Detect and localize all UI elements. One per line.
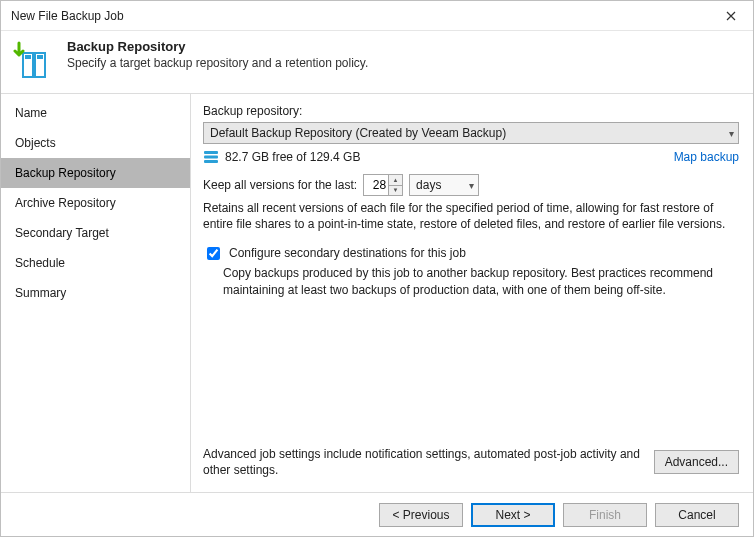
secondary-destination-checkbox[interactable] <box>207 247 220 260</box>
secondary-destination-row: Configure secondary destinations for thi… <box>203 246 739 263</box>
repo-selected-value: Default Backup Repository (Created by Ve… <box>210 126 506 140</box>
spinner-up-icon[interactable]: ▲ <box>389 175 402 186</box>
next-button[interactable]: Next > <box>471 503 555 527</box>
free-space-row: 82.7 GB free of 129.4 GB Map backup <box>203 150 739 164</box>
close-button[interactable] <box>709 1 753 31</box>
repo-dropdown[interactable]: Default Backup Repository (Created by Ve… <box>203 122 739 144</box>
repo-label: Backup repository: <box>203 104 739 118</box>
page-title: Backup Repository <box>67 39 368 54</box>
keep-unit-dropdown[interactable]: days ▾ <box>409 174 479 196</box>
sidebar-item-backup-repository[interactable]: Backup Repository <box>1 158 190 188</box>
previous-button[interactable]: < Previous <box>379 503 463 527</box>
chevron-down-icon: ▾ <box>469 180 474 191</box>
keep-unit-value: days <box>416 178 441 192</box>
page-subtitle: Specify a target backup repository and a… <box>67 56 368 70</box>
svg-rect-5 <box>204 156 218 159</box>
secondary-destination-label: Configure secondary destinations for thi… <box>229 246 466 260</box>
cancel-button[interactable]: Cancel <box>655 503 739 527</box>
keep-value-spinner[interactable]: ▲ ▼ <box>363 174 403 196</box>
sidebar-item-archive-repository[interactable]: Archive Repository <box>1 188 190 218</box>
keep-label: Keep all versions for the last: <box>203 178 357 192</box>
sidebar-item-summary[interactable]: Summary <box>1 278 190 308</box>
repository-icon <box>13 39 55 81</box>
storage-icon <box>203 150 219 164</box>
svg-rect-6 <box>204 160 218 163</box>
close-icon <box>726 11 736 21</box>
wizard-body: Name Objects Backup Repository Archive R… <box>1 93 753 492</box>
sidebar-item-secondary-target[interactable]: Secondary Target <box>1 218 190 248</box>
sidebar-item-name[interactable]: Name <box>1 98 190 128</box>
wizard-steps-sidebar: Name Objects Backup Repository Archive R… <box>1 94 191 492</box>
wizard-footer: < Previous Next > Finish Cancel <box>1 492 753 536</box>
sidebar-item-objects[interactable]: Objects <box>1 128 190 158</box>
retention-row: Keep all versions for the last: ▲ ▼ days… <box>203 174 739 196</box>
sidebar-item-schedule[interactable]: Schedule <box>1 248 190 278</box>
svg-rect-4 <box>204 151 218 154</box>
keep-value-input[interactable] <box>364 175 388 195</box>
content-panel: Backup repository: Default Backup Reposi… <box>191 94 753 492</box>
finish-button: Finish <box>563 503 647 527</box>
svg-rect-3 <box>37 55 43 59</box>
spinner-down-icon[interactable]: ▼ <box>389 186 402 196</box>
advanced-description: Advanced job settings include notificati… <box>203 446 644 478</box>
advanced-area: Advanced job settings include notificati… <box>203 446 739 484</box>
window-title: New File Backup Job <box>11 9 124 23</box>
wizard-window: New File Backup Job Backup Repository Sp… <box>0 0 754 537</box>
advanced-button[interactable]: Advanced... <box>654 450 739 474</box>
titlebar: New File Backup Job <box>1 1 753 31</box>
map-backup-link[interactable]: Map backup <box>674 150 739 164</box>
secondary-destination-description: Copy backups produced by this job to ano… <box>223 265 739 297</box>
chevron-down-icon: ▾ <box>729 128 734 139</box>
wizard-header: Backup Repository Specify a target backu… <box>1 31 753 93</box>
svg-rect-2 <box>25 55 31 59</box>
free-space-text: 82.7 GB free of 129.4 GB <box>225 150 668 164</box>
retention-description: Retains all recent versions of each file… <box>203 200 739 232</box>
